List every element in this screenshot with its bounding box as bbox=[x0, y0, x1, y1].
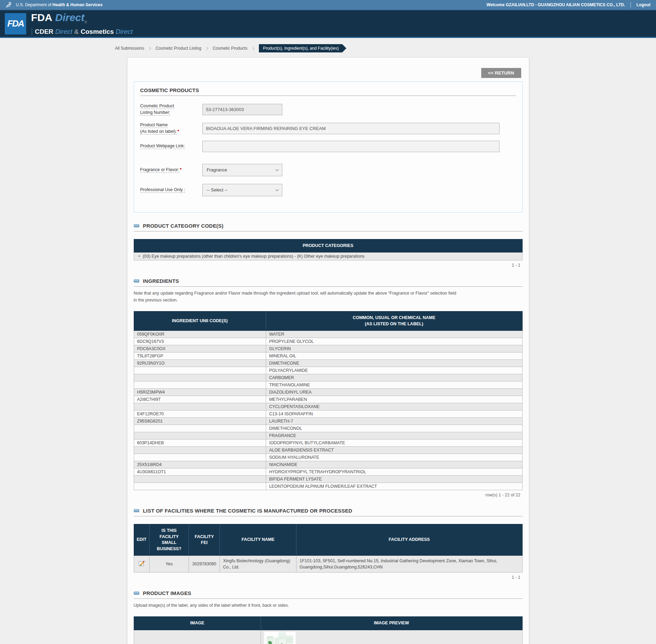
ingredient-row: Z95S6G8201LAURETH-7 bbox=[134, 418, 522, 425]
ingredients-table-body: 059QF0KO0RWATER6DC9Q167V3PROPYLENE GLYCO… bbox=[134, 331, 522, 490]
professional-use-select[interactable]: -- Select -- bbox=[202, 184, 282, 196]
ingredient-unii-cell: A2I8C7HI9T bbox=[134, 396, 266, 403]
product-name-label: Product Name (As listed on label):* bbox=[140, 122, 193, 135]
ingredient-row: 92RU3N3Y1ODIMETHICONE bbox=[134, 360, 522, 367]
ingredients-section: INGREDIENTS Note that any update regardi… bbox=[134, 278, 523, 497]
facility-row: Yes 3029783090 Xingfu Biotechnology (Gua… bbox=[134, 556, 522, 573]
ingredient-unii-cell: 25X51I8RD4 bbox=[134, 461, 266, 468]
ingredient-unii-cell bbox=[134, 425, 266, 432]
image-preview-col-header: IMAGE PREVIEW bbox=[261, 617, 522, 630]
product-package-image bbox=[264, 632, 296, 644]
facilities-name-header: FACILITY NAME bbox=[220, 524, 296, 556]
ingredient-row: T5L8T28FGPMINERAL OIL bbox=[134, 353, 522, 360]
ingredient-name-cell: PROPYLENE GLYCOL bbox=[266, 338, 522, 345]
breadcrumb-cosmetic-products[interactable]: Cosmetic Products bbox=[212, 44, 248, 52]
chevron-right-icon bbox=[148, 47, 151, 50]
chevron-down-icon bbox=[275, 168, 279, 171]
ingredient-unii-cell bbox=[134, 367, 266, 374]
ingredient-name-cell: POLYACRYLAMIDE bbox=[266, 367, 522, 374]
required-asterisk: * bbox=[180, 167, 182, 172]
registered-mark: ® bbox=[84, 20, 87, 24]
ingredient-unii-cell bbox=[134, 483, 266, 490]
breadcrumb-all-submissions[interactable]: All Submissions bbox=[114, 44, 145, 52]
facility-fei: 3029783090 bbox=[189, 556, 220, 573]
fragrance-flavor-select[interactable]: Fragrance bbox=[202, 164, 282, 176]
ingredient-row: BIFIDA FERMENT LYSATE bbox=[134, 476, 522, 483]
ingredient-unii-cell bbox=[134, 382, 266, 389]
ingredient-row: 25X51I8RD4NIACINAMIDE bbox=[134, 461, 522, 468]
webpage-link-input[interactable] bbox=[202, 141, 499, 152]
ingredient-row: DIMETHICONOL bbox=[134, 425, 522, 432]
panel-title: COSMETIC PRODUCTS bbox=[140, 87, 516, 96]
topbar-divider bbox=[630, 2, 631, 8]
collapse-icon[interactable] bbox=[134, 509, 139, 512]
section-title-product-images: PRODUCT IMAGES bbox=[143, 590, 191, 596]
ingredient-row: POLYACRYLAMIDE bbox=[134, 367, 522, 374]
listing-number-label: Cosmetic Product Listing Number: bbox=[140, 103, 193, 116]
facilities-table: EDIT IS THIS FACILITY SMALL BUSINESS? FA… bbox=[134, 524, 523, 573]
ingredient-name-cell: SODIUM HYALURONATE bbox=[266, 454, 522, 461]
ingredient-name-cell: IODOPROPYNYL BUTYLCARBAMATE bbox=[266, 439, 522, 447]
ingredient-row: E4F12ROE70C13-14 ISOPARAFFIN bbox=[134, 410, 522, 418]
ingredient-unii-cell: 92RU3N3Y1O bbox=[134, 360, 266, 367]
facilities-section: LIST OF FACILITIES WHERE THE COSMETIC IS… bbox=[134, 508, 523, 580]
ingredient-row: TRIETHANOLAMINE bbox=[134, 382, 522, 389]
ingredients-col2-header: COMMON, USUAL OR CHEMICAL NAME (AS LISTE… bbox=[266, 311, 522, 331]
collapse-icon[interactable] bbox=[134, 279, 139, 283]
product-images-note: Upload image(s) of the label, any sides … bbox=[134, 602, 523, 609]
professional-use-label: Professional Use Only : bbox=[140, 187, 193, 193]
ingredient-row: 059QF0KO0RWATER bbox=[134, 331, 522, 338]
welcome-text: Welcome GZAILIAN.LTD - GUANGZHOU AILIAN … bbox=[486, 2, 625, 7]
collapse-icon[interactable] bbox=[134, 224, 139, 227]
chevron-down-icon bbox=[275, 188, 279, 191]
fda-logo: FDA bbox=[5, 13, 26, 34]
main-content-card: << RETURN COSMETIC PRODUCTS Cosmetic Pro… bbox=[127, 57, 529, 644]
ingredient-unii-cell bbox=[134, 432, 266, 439]
facility-name: Xingfu Biotechnology (Guangdong) Co., Lt… bbox=[220, 556, 296, 573]
facilities-edit-header: EDIT bbox=[134, 524, 149, 556]
ingredients-col1-header: INGREDIENT UNII CODE(S) bbox=[134, 311, 266, 331]
ingredient-name-cell: DIAZOLIDINYL UREA bbox=[266, 389, 522, 396]
app-header: FDA FDA Direct® CDER Direct & Cosmetics … bbox=[0, 10, 656, 38]
facilities-pagination: 1 - 1 bbox=[134, 575, 521, 580]
collapse-icon[interactable] bbox=[134, 592, 139, 595]
product-images-section: PRODUCT IMAGES Upload image(s) of the la… bbox=[134, 590, 523, 644]
ingredient-name-cell: ALOE BARBADENSIS EXTRACT bbox=[266, 447, 522, 454]
ingredients-table: INGREDIENT UNII CODE(S) COMMON, USUAL OR… bbox=[134, 311, 523, 490]
logout-link[interactable]: Logout bbox=[636, 2, 650, 7]
ingredient-row: ALOE BARBADENSIS EXTRACT bbox=[134, 447, 522, 454]
cosmetic-products-panel: COSMETIC PRODUCTS Cosmetic Product Listi… bbox=[134, 81, 523, 212]
facilities-smallbusiness-header: IS THIS FACILITY SMALL BUSINESS? bbox=[149, 524, 189, 556]
facility-small-business: Yes bbox=[149, 556, 189, 573]
return-button[interactable]: << RETURN bbox=[481, 68, 521, 78]
ingredient-row: CARBOMER bbox=[134, 374, 522, 382]
categories-header: PRODUCT CATEGORIES bbox=[134, 239, 522, 252]
breadcrumb-cosmetic-product-listing[interactable]: Cosmetic Product Listing bbox=[155, 44, 202, 52]
category-text: (03) Eye makeup preparations (other than… bbox=[143, 254, 365, 259]
ingredient-name-cell: MINERAL OIL bbox=[266, 353, 522, 360]
categories-pagination: 1 - 1 bbox=[134, 263, 521, 268]
ingredients-note: Note that any update regarding Fragrance… bbox=[134, 290, 523, 304]
ingredient-unii-cell: PDC6A3C0OX bbox=[134, 345, 266, 353]
ingredient-name-cell: CARBOMER bbox=[266, 374, 522, 382]
ingredient-unii-cell bbox=[134, 454, 266, 461]
ingredient-row: A2I8C7HI9TMETHYLPARABEN bbox=[134, 396, 522, 403]
ingredient-name-cell: METHYLPARABEN bbox=[266, 396, 522, 403]
ingredient-unii-cell: 059QF0KO0R bbox=[134, 331, 266, 338]
product-name-input[interactable] bbox=[202, 123, 499, 134]
category-row: •(03) Eye makeup preparations (other tha… bbox=[134, 252, 522, 260]
section-title-ingredients: INGREDIENTS bbox=[143, 278, 179, 284]
ingredient-row: PDC6A3C0OXGLYCERIN bbox=[134, 345, 522, 353]
listing-number-input[interactable] bbox=[202, 104, 282, 115]
ingredient-name-cell: WATER bbox=[266, 331, 522, 338]
ingredient-unii-cell bbox=[134, 403, 266, 410]
ingredient-row: 6DC9Q167V3PROPYLENE GLYCOL bbox=[134, 338, 522, 345]
ingredient-unii-cell: 6DC9Q167V3 bbox=[134, 338, 266, 345]
ingredient-unii-cell: H5RIZ3MPW4 bbox=[134, 389, 266, 396]
chevron-right-icon bbox=[251, 47, 254, 50]
ingredient-unii-cell bbox=[134, 447, 266, 454]
edit-facility-icon[interactable] bbox=[138, 559, 145, 569]
ingredient-name-cell: C13-14 ISOPARAFFIN bbox=[266, 410, 522, 418]
facilities-address-header: FACILITY ADDRESS bbox=[296, 524, 522, 556]
ingredient-name-cell: DIMETHICONE bbox=[266, 360, 522, 367]
